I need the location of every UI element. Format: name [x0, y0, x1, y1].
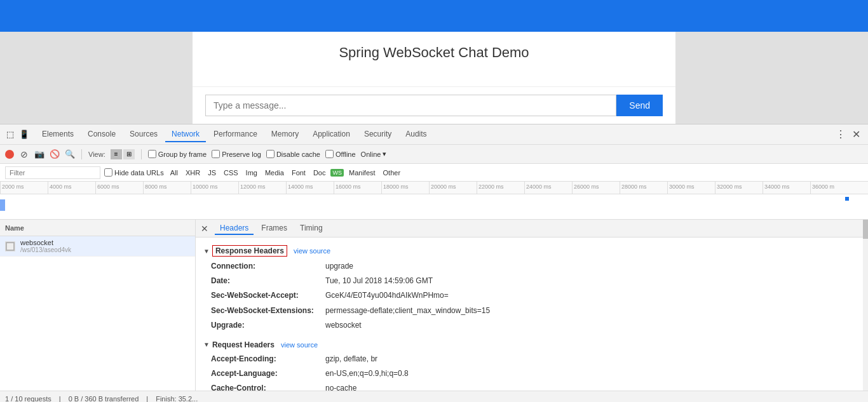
details-tab-frames[interactable]: Frames: [256, 222, 292, 235]
filter-all[interactable]: All: [168, 168, 180, 177]
disable-cache-checkbox[interactable]: [266, 150, 275, 158]
status-separator-2: |: [146, 395, 148, 403]
disable-cache-label[interactable]: Disable cache: [266, 150, 320, 158]
filter-img[interactable]: Img: [243, 168, 260, 177]
device-icon[interactable]: 📱: [19, 130, 29, 140]
request-item[interactable]: websocket /ws/013/aseod4vk: [0, 236, 195, 257]
devtools-close-icon[interactable]: ✕: [850, 126, 863, 143]
response-header-sec-ws-accept: Sec-WebSocket-Accept: GceK/4/E0T4yu004hd…: [196, 288, 868, 303]
filter-input[interactable]: [5, 166, 100, 179]
response-header-upgrade: Upgrade: websocket: [196, 318, 868, 333]
mark-1: 2000 ms: [0, 182, 48, 194]
tab-security[interactable]: Security: [358, 127, 398, 142]
preserve-log-checkbox[interactable]: [212, 150, 220, 158]
response-headers-toggle: ▼: [203, 248, 210, 255]
record-button[interactable]: [5, 150, 14, 159]
request-headers-section-header[interactable]: ▼ Request Headers view source: [196, 338, 868, 352]
tab-performance[interactable]: Performance: [207, 127, 264, 142]
page-title: Spring WebSocket Chat Demo: [205, 44, 663, 61]
details-tabs: ✕ Headers Frames Timing: [196, 220, 868, 238]
throttle-chevron: ▾: [383, 150, 386, 158]
request-headers-toggle: ▼: [203, 341, 210, 348]
mark-16: 32000 ms: [715, 182, 763, 194]
group-by-frame-label[interactable]: Group by frame: [148, 150, 207, 158]
tab-sources[interactable]: Sources: [123, 127, 164, 142]
filter-xhr[interactable]: XHR: [183, 168, 203, 177]
request-items: websocket /ws/013/aseod4vk: [0, 236, 195, 391]
mark-10: 20000 ms: [429, 182, 477, 194]
devtools-tab-bar: ⬚ 📱 Elements Console Sources Network Per…: [0, 124, 868, 145]
details-tab-headers[interactable]: Headers: [215, 222, 254, 235]
status-finish: Finish: 35.2...: [156, 395, 198, 403]
section-divider: [196, 333, 868, 338]
mark-12: 24000 ms: [524, 182, 572, 194]
filter-types: All XHR JS CSS Img Media Font Doc WS Man…: [168, 168, 403, 177]
mark-7: 14000 ms: [286, 182, 334, 194]
request-list: Name websocket /ws/013/aseod4vk: [0, 220, 196, 391]
hide-data-urls-checkbox[interactable]: [104, 168, 112, 177]
message-input[interactable]: [205, 95, 616, 116]
throttle-select[interactable]: Online ▾: [361, 150, 387, 158]
request-headers-view-source[interactable]: view source: [281, 341, 318, 349]
details-tab-timing[interactable]: Timing: [295, 222, 328, 235]
details-content: ▼ Response Headers view source Connectio…: [196, 238, 868, 391]
request-item-info: websocket /ws/013/aseod4vk: [20, 239, 71, 253]
response-header-sec-ws-extensions: Sec-WebSocket-Extensions: permessage-def…: [196, 304, 868, 318]
mark-9: 18000 ms: [381, 182, 429, 194]
mark-2: 4000 ms: [48, 182, 95, 194]
mark-11: 22000 ms: [477, 182, 524, 194]
filter-other[interactable]: Other: [381, 168, 403, 177]
response-headers-view-source[interactable]: view source: [294, 247, 330, 255]
request-item-icon: [5, 241, 15, 251]
request-header-accept-language: Accept-Language: en-US,en;q=0.9,hi;q=0.8: [196, 366, 868, 381]
stop-icon[interactable]: ⊘: [19, 149, 29, 159]
request-item-path: /ws/013/aseod4vk: [20, 246, 71, 253]
request-details[interactable]: ✕ Headers Frames Timing ▼ Response Heade…: [196, 220, 868, 391]
toolbar-divider-1: [81, 149, 82, 159]
tab-console[interactable]: Console: [81, 127, 122, 142]
timeline: 2000 ms 4000 ms 6000 ms 8000 ms 10000 ms…: [0, 182, 868, 220]
mark-18: 36000 m: [810, 182, 858, 194]
list-view-icon[interactable]: ≡: [111, 149, 122, 159]
filter-doc[interactable]: Doc: [311, 168, 329, 177]
tab-elements[interactable]: Elements: [36, 127, 80, 142]
timeline-dot: [845, 197, 849, 201]
devtools-panel: ⬚ 📱 Elements Console Sources Network Per…: [0, 124, 868, 402]
grid-view-icon[interactable]: ⊞: [123, 149, 135, 159]
filter-css[interactable]: CSS: [221, 168, 241, 177]
scrollbar-thumb[interactable]: [863, 220, 868, 239]
request-item-name: websocket: [20, 239, 71, 246]
offline-label[interactable]: Offline: [325, 150, 356, 158]
response-headers-title: Response Headers: [212, 245, 287, 257]
status-transferred: 0 B / 360 B transferred: [69, 395, 139, 403]
tab-application[interactable]: Application: [306, 127, 356, 142]
request-header-accept-encoding: Accept-Encoding: gzip, deflate, br: [196, 352, 868, 366]
mark-8: 16000 ms: [334, 182, 381, 194]
view-label: View:: [88, 151, 105, 158]
tab-network[interactable]: Network: [165, 127, 206, 142]
filter-media[interactable]: Media: [262, 168, 287, 177]
filter-manifest[interactable]: Manifest: [346, 168, 378, 177]
details-close-icon[interactable]: ✕: [201, 224, 208, 234]
hide-data-urls-label[interactable]: Hide data URLs: [104, 168, 164, 177]
search-icon[interactable]: 🔍: [65, 149, 75, 159]
filter-ws[interactable]: WS: [330, 169, 344, 177]
filter-js[interactable]: JS: [205, 168, 219, 177]
response-headers-section-header[interactable]: ▼ Response Headers view source: [196, 243, 868, 259]
camera-icon[interactable]: 📷: [34, 149, 44, 159]
tab-audits[interactable]: Audits: [399, 127, 433, 142]
offline-checkbox[interactable]: [325, 150, 334, 158]
mark-17: 34000 ms: [763, 182, 810, 194]
send-button[interactable]: Send: [616, 95, 663, 116]
mark-5: 10000 ms: [191, 182, 238, 194]
group-by-frame-checkbox[interactable]: [148, 150, 156, 158]
devtools-more-icon[interactable]: ⋮: [833, 126, 848, 143]
scrollbar-track: [863, 220, 868, 391]
status-separator-1: |: [59, 395, 61, 403]
mark-6: 12000 ms: [238, 182, 286, 194]
inspect-icon[interactable]: ⬚: [5, 130, 15, 140]
clear-icon[interactable]: 🚫: [50, 149, 60, 159]
tab-memory[interactable]: Memory: [265, 127, 305, 142]
filter-font[interactable]: Font: [289, 168, 308, 177]
preserve-log-label[interactable]: Preserve log: [212, 150, 261, 158]
